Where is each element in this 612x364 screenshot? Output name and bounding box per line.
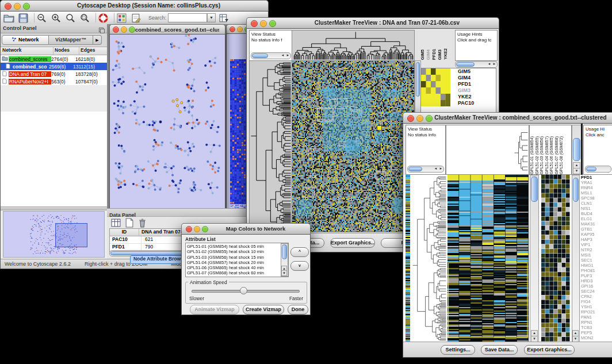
column-label[interactable]: GPL51-02 (GSM855): [535, 136, 539, 174]
minimize-icon[interactable]: [121, 26, 127, 33]
tab-network[interactable]: Network: [2, 35, 49, 45]
annotation-icon[interactable]: [131, 13, 141, 23]
export-graphics-button[interactable]: Export Graphics...: [524, 345, 575, 355]
heatmap-v-scrollbar[interactable]: ▲ ▼: [530, 175, 539, 343]
move-down-button[interactable]: v: [290, 261, 309, 271]
dialog-title-bar[interactable]: Map Colors to Network: [181, 223, 311, 235]
zoom-row-label[interactable]: YKE2: [458, 94, 474, 100]
network-view-window[interactable]: combined_scores_good.txt--cluste...: [109, 24, 225, 211]
zoom-row-label[interactable]: GIM5: [458, 68, 474, 75]
gene-label[interactable]: MON2: [581, 335, 607, 340]
gene-label[interactable]: PUF3: [581, 273, 607, 278]
zoom-row-label[interactable]: GIM4: [458, 75, 474, 81]
zoom-row-label[interactable]: PAC10: [458, 100, 474, 106]
zoom-in-icon[interactable]: [51, 13, 62, 23]
col-header-network[interactable]: Network: [1, 47, 53, 55]
speed-slider-thumb[interactable]: [240, 287, 247, 294]
zoom-row-label[interactable]: PFD1: [458, 81, 474, 87]
gene-label[interactable]: RPN1: [581, 320, 607, 325]
gene-label[interactable]: YSH1: [581, 304, 607, 309]
zoom-window-icon[interactable]: [129, 26, 135, 33]
column-label[interactable]: GPL51-01 (GSM854): [530, 136, 534, 174]
gene-label[interactable]: CPA2: [581, 294, 607, 299]
done-button[interactable]: Done: [288, 305, 308, 315]
open-file-icon[interactable]: [3, 13, 14, 23]
animate-vizmap-button[interactable]: Animate Vizmap: [190, 305, 239, 315]
zoom-row-label[interactable]: GIM3: [458, 87, 474, 94]
gene-label[interactable]: MAK31: [581, 221, 607, 227]
trash-icon[interactable]: [137, 218, 148, 228]
tab-overflow-icon[interactable]: ▶: [93, 35, 102, 45]
gene-label[interactable]: CLN1: [581, 201, 607, 206]
main-title-bar[interactable]: Cytoscape Desktop (Session Name: collins…: [0, 0, 269, 12]
minimize-icon[interactable]: [416, 115, 423, 122]
heatmap-canvas[interactable]: [447, 175, 529, 342]
attribute-item[interactable]: GPL51-06 (GSM865) heat shock 40 min: [187, 265, 287, 270]
gene-label[interactable]: PEP5: [581, 330, 607, 335]
zoom-heatmap-canvas[interactable]: [421, 68, 450, 106]
gene-label[interactable]: NTR2: [581, 247, 607, 252]
panel-divider[interactable]: [1, 206, 107, 210]
column-dendrogram-canvas[interactable]: [292, 30, 415, 61]
gene-label[interactable]: SEC1: [581, 258, 607, 263]
column-label[interactable]: GPL51-08 (GSM872): [559, 136, 563, 174]
save-icon[interactable]: [18, 13, 29, 23]
tab-vizmapper[interactable]: VizMapper™: [49, 35, 93, 45]
gene-label[interactable]: YRA1: [581, 180, 607, 185]
network-overview-panel[interactable]: [3, 211, 105, 258]
minimize-icon[interactable]: [14, 3, 21, 10]
create-vizmap-button[interactable]: Create Vizmap: [243, 305, 284, 315]
usage-hints-h-scrollbar[interactable]: [585, 166, 611, 173]
network-row[interactable]: combined_sco2569(6)13112(15): [1, 63, 107, 70]
gene-label[interactable]: TCB3: [581, 325, 607, 330]
gene-label[interactable]: NIS1: [581, 206, 607, 211]
attribute-item[interactable]: GPL51-04 (GSM857) heat shock 20 min: [187, 260, 287, 265]
network-row[interactable]: combined_scores2764(0)16218(0): [1, 55, 107, 63]
attribute-list[interactable]: GPL51-01 (GSM854) heat shock 05 minGPL51…: [185, 243, 289, 277]
column-label[interactable]: GIM3: [437, 49, 442, 60]
table-icon[interactable]: [110, 218, 121, 228]
attribute-item[interactable]: GPL51-07 (GSM868) heat shock 60 min: [187, 270, 287, 275]
gene-label[interactable]: GTB1: [581, 227, 607, 232]
column-label[interactable]: GPL51-03 (GSM856): [540, 136, 544, 174]
float-panel-icon[interactable]: [99, 25, 105, 31]
attribute-list-scrollbar[interactable]: ▲ ▼: [281, 243, 288, 277]
close-icon[interactable]: [251, 20, 258, 27]
column-label[interactable]: GPL51-04 (GSM857): [545, 136, 549, 174]
attribute-item[interactable]: GPL51-03 (GSM856) heat shock 15 min: [187, 255, 287, 260]
column-label[interactable]: YKE2: [443, 48, 447, 60]
gene-label[interactable]: PAN1: [581, 315, 607, 320]
gene-label[interactable]: SPC98: [581, 196, 607, 201]
gene-label[interactable]: HRD3: [581, 278, 607, 283]
gene-label[interactable]: SEC24: [581, 289, 607, 294]
minimize-icon[interactable]: [260, 20, 267, 27]
close-icon[interactable]: [186, 226, 192, 232]
network-row[interactable]: DNA and Tran 07769(0)183728(0): [1, 70, 107, 78]
close-icon[interactable]: [407, 115, 414, 122]
heatmap-canvas[interactable]: [292, 60, 415, 232]
close-icon[interactable]: [5, 3, 12, 10]
column-labels-v-scrollbar[interactable]: ▲ ▼: [572, 125, 582, 175]
column-label[interactable]: GIM5: [420, 49, 425, 60]
network-canvas[interactable]: [110, 35, 225, 209]
gene-label[interactable]: RPO21: [581, 309, 607, 315]
gene-label[interactable]: HMG1: [581, 263, 607, 268]
gene-label[interactable]: GPI16: [581, 283, 607, 289]
search-dropdown-icon[interactable]: ▼: [207, 13, 216, 22]
col-header-edges[interactable]: Edges: [79, 47, 107, 55]
zoom-fit-icon[interactable]: [65, 13, 76, 23]
gene-label[interactable]: HAP3: [581, 237, 607, 242]
network-overview-canvas[interactable]: [3, 212, 104, 256]
export-graphics-button[interactable]: Export Graphics...: [330, 238, 375, 248]
gene-list-v-scrollbar[interactable]: ▲ ▼: [572, 175, 580, 343]
zoom-heatmap-canvas[interactable]: [541, 175, 570, 342]
column-dendrogram-canvas[interactable]: [446, 125, 529, 175]
gene-label[interactable]: PFD1: [581, 175, 607, 180]
new-attribute-icon[interactable]: [124, 218, 135, 228]
column-label[interactable]: GPL51-06 (GSM865): [549, 136, 553, 174]
column-label[interactable]: GIM4: [426, 49, 431, 60]
save-data-button[interactable]: Save Data...: [481, 345, 518, 355]
gene-label[interactable]: RNR4: [581, 185, 607, 190]
zoom-selected-icon[interactable]: [79, 13, 90, 23]
column-label[interactable]: PFD1: [431, 49, 437, 60]
